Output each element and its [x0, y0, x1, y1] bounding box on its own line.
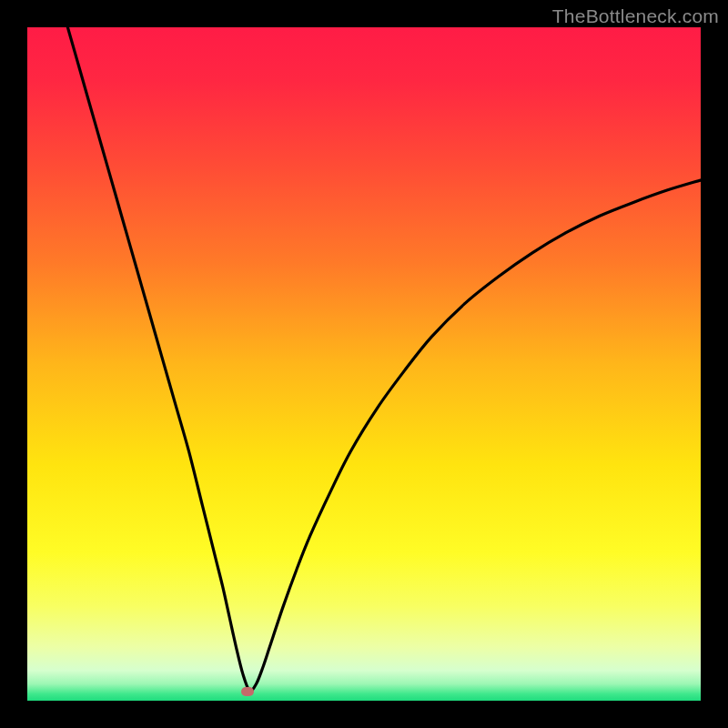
bottleneck-chart: [27, 27, 701, 701]
chart-frame: [27, 27, 701, 701]
attribution-text: TheBottleneck.com: [552, 5, 719, 27]
minimum-marker: [241, 687, 254, 696]
gradient-background: [27, 27, 701, 701]
